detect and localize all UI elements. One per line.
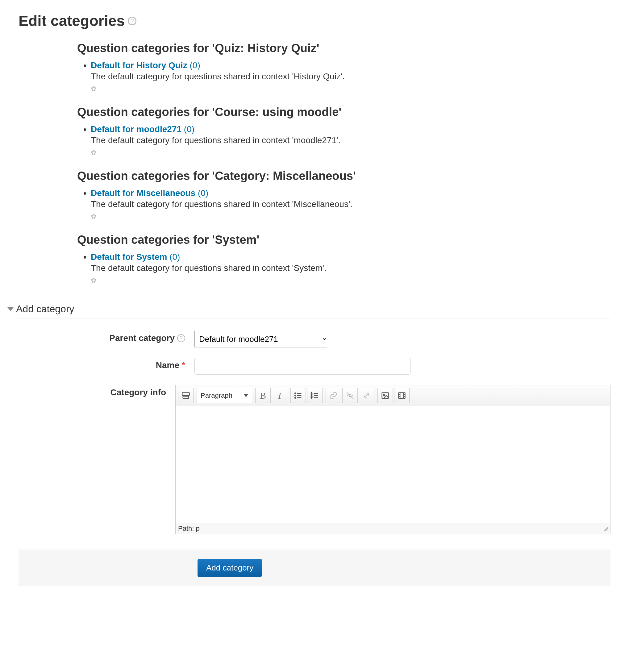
category-link[interactable]: Default for Miscellaneous xyxy=(91,188,195,198)
rich-text-editor: Paragraph B I 123 xyxy=(175,385,610,534)
numbered-list-button[interactable]: 123 xyxy=(307,388,323,403)
category-actions: ✿ xyxy=(91,211,610,221)
gear-icon[interactable]: ✿ xyxy=(91,277,96,285)
category-item: Default for moodle271 (0) The default ca… xyxy=(91,124,610,157)
anchor-button[interactable] xyxy=(359,388,374,403)
toolbar-toggle-button[interactable] xyxy=(178,388,193,403)
category-count: (0) xyxy=(169,252,180,262)
category-desc: The default category for questions share… xyxy=(91,136,610,145)
category-actions: ✿ xyxy=(91,147,610,157)
category-list: Default for System (0) The default categ… xyxy=(91,252,610,285)
chevron-down-icon xyxy=(7,307,14,311)
svg-text:3: 3 xyxy=(311,396,312,399)
svg-point-19 xyxy=(383,394,385,395)
context-heading: Question categories for 'Course: using m… xyxy=(77,105,610,119)
category-desc: The default category for questions share… xyxy=(91,199,610,209)
context-block: Question categories for 'Category: Misce… xyxy=(77,169,610,221)
category-list: Default for History Quiz (0) The default… xyxy=(91,61,610,93)
editor-toolbar: Paragraph B I 123 xyxy=(175,385,610,406)
context-heading: Question categories for 'Quiz: History Q… xyxy=(77,42,610,55)
category-count: (0) xyxy=(189,61,200,70)
page-title-text: Edit categories xyxy=(19,13,125,29)
required-marker: * xyxy=(182,360,185,370)
svg-rect-0 xyxy=(182,393,189,395)
category-count: (0) xyxy=(184,124,194,134)
gear-icon[interactable]: ✿ xyxy=(91,149,96,157)
help-icon[interactable]: ? xyxy=(177,334,185,342)
category-item: Default for System (0) The default categ… xyxy=(91,252,610,285)
add-category-toggle[interactable]: Add category xyxy=(7,303,610,315)
form-row-name: Name* xyxy=(19,358,610,375)
context-block: Question categories for 'Course: using m… xyxy=(77,105,610,157)
svg-rect-20 xyxy=(399,393,405,399)
context-block: Question categories for 'System' Default… xyxy=(77,233,610,285)
category-info-label-text: Category info xyxy=(111,387,166,398)
parent-category-label-text: Parent category xyxy=(109,333,175,343)
unlink-button[interactable] xyxy=(342,388,358,403)
category-item: Default for History Quiz (0) The default… xyxy=(91,61,610,93)
gear-icon[interactable]: ✿ xyxy=(91,85,96,93)
editor-body[interactable] xyxy=(175,406,610,523)
context-block: Question categories for 'Quiz: History Q… xyxy=(77,42,610,93)
context-heading: Question categories for 'Category: Misce… xyxy=(77,169,610,183)
page-title: Edit categories ? xyxy=(19,13,610,29)
image-button[interactable] xyxy=(377,388,393,403)
section-divider xyxy=(19,318,610,318)
parent-category-select[interactable]: Default for moodle271 xyxy=(194,331,327,347)
name-label: Name* xyxy=(19,358,185,370)
category-desc: The default category for questions share… xyxy=(91,72,610,81)
svg-point-9 xyxy=(295,397,296,398)
category-actions: ✿ xyxy=(91,275,610,285)
paragraph-format-select[interactable]: Paragraph xyxy=(196,388,252,403)
chevron-down-icon xyxy=(244,394,248,397)
svg-rect-4 xyxy=(183,396,189,398)
svg-rect-18 xyxy=(382,393,389,399)
italic-button[interactable]: I xyxy=(272,388,287,403)
bullet-list-button[interactable] xyxy=(290,388,306,403)
category-desc: The default category for questions share… xyxy=(91,263,610,273)
category-actions: ✿ xyxy=(91,83,610,93)
media-button[interactable] xyxy=(394,388,410,403)
category-count: (0) xyxy=(198,188,208,198)
svg-point-7 xyxy=(295,395,296,396)
category-item: Default for Miscellaneous (0) The defaul… xyxy=(91,188,610,221)
name-label-text: Name xyxy=(156,360,179,370)
form-row-parent: Parent category ? Default for moodle271 xyxy=(19,331,610,347)
category-link[interactable]: Default for moodle271 xyxy=(91,124,182,134)
category-list: Default for moodle271 (0) The default ca… xyxy=(91,124,610,157)
form-row-info: Category info Paragraph xyxy=(19,385,610,534)
submit-row: Add category xyxy=(19,550,610,586)
paragraph-format-label: Paragraph xyxy=(201,391,232,400)
add-category-button[interactable]: Add category xyxy=(197,559,262,577)
name-input[interactable] xyxy=(194,358,411,375)
add-category-title: Add category xyxy=(16,303,74,315)
category-list: Default for Miscellaneous (0) The defaul… xyxy=(91,188,610,221)
link-button[interactable] xyxy=(326,388,341,403)
svg-point-5 xyxy=(295,393,296,394)
category-link[interactable]: Default for History Quiz xyxy=(91,61,187,70)
gear-icon[interactable]: ✿ xyxy=(91,213,96,221)
editor-path-text: Path: p xyxy=(178,525,200,532)
editor-path-bar: Path: p xyxy=(175,523,610,534)
category-info-label: Category info xyxy=(19,385,166,398)
help-icon[interactable]: ? xyxy=(128,17,136,25)
add-category-section: Add category Parent category ? Default f… xyxy=(19,303,610,586)
context-heading: Question categories for 'System' xyxy=(77,233,610,246)
resize-grip-icon[interactable] xyxy=(602,526,608,531)
category-link[interactable]: Default for System xyxy=(91,252,167,262)
bold-button[interactable]: B xyxy=(255,388,271,403)
parent-category-label: Parent category ? xyxy=(19,331,185,343)
